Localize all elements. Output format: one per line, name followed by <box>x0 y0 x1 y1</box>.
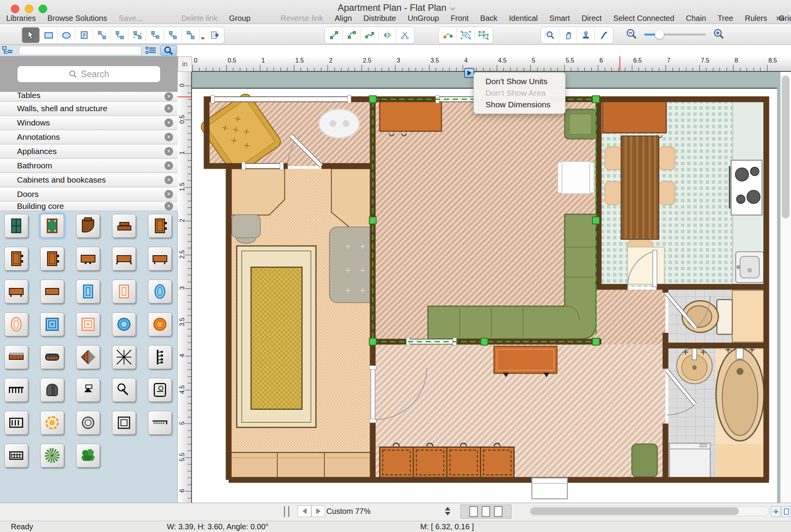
context-menu-item-show-dimensions[interactable]: Show Dimensions <box>474 99 565 110</box>
shape-corner-fireplace[interactable] <box>76 345 100 369</box>
desk[interactable] <box>380 101 441 131</box>
stove[interactable] <box>730 160 762 215</box>
close-library-icon[interactable]: × <box>165 202 173 210</box>
pan-window-button[interactable] <box>771 506 781 517</box>
horizontal-scrollbar[interactable] <box>529 506 769 516</box>
connector-direct-button[interactable] <box>93 27 111 43</box>
shape-cupboard-two-door[interactable] <box>4 247 28 271</box>
zoom-slider-thumb[interactable] <box>655 30 664 39</box>
bedroom-chair[interactable] <box>232 215 260 243</box>
page-tabs[interactable] <box>460 505 511 518</box>
library-item-annotations[interactable]: Annotations× <box>0 130 178 144</box>
menu-item-identical[interactable]: Identical <box>509 14 538 23</box>
search-input[interactable]: Search <box>17 66 161 83</box>
shape-coat-rack[interactable] <box>148 345 172 369</box>
action-arrow-button[interactable] <box>464 68 474 78</box>
shape-desk-with-knobs[interactable] <box>76 247 100 271</box>
connector-bezier-button[interactable] <box>129 27 146 43</box>
menu-item-browse-solutions[interactable]: Browse Solutions <box>48 14 107 23</box>
text-tool-button[interactable] <box>75 27 93 43</box>
library-item-doors[interactable]: Doors× <box>0 187 178 202</box>
rectangle-tool-button[interactable] <box>40 27 58 43</box>
format-painter-button[interactable] <box>595 27 613 43</box>
library-item-walls-shell-and-structure[interactable]: Walls, shell and structure× <box>0 102 178 116</box>
draw-bezier-button[interactable] <box>361 27 379 43</box>
page-prev-button[interactable] <box>297 505 311 517</box>
connector-chain-button[interactable] <box>182 27 200 43</box>
tree-view-button[interactable] <box>0 46 16 56</box>
shape-vent-grille[interactable] <box>4 411 28 435</box>
search-view-button[interactable] <box>160 46 177 56</box>
shape-rug-square-peach[interactable] <box>76 312 100 336</box>
menu-item-align[interactable]: Align <box>335 14 352 23</box>
reshape-button[interactable] <box>439 27 457 43</box>
kitchen-sink[interactable] <box>736 252 764 283</box>
close-library-icon[interactable]: × <box>165 133 173 141</box>
toilet[interactable] <box>682 300 732 334</box>
shape-office-cupboard[interactable] <box>148 214 172 238</box>
entry-door[interactable] <box>532 478 567 499</box>
vertical-scrollbar[interactable] <box>780 72 791 503</box>
wardrobe[interactable] <box>329 227 373 303</box>
zoom-in-icon[interactable] <box>713 29 725 40</box>
drawing-canvas[interactable] <box>192 72 780 503</box>
horizontal-scrollbar-thumb[interactable] <box>530 507 739 515</box>
shape-wall-lamp[interactable] <box>40 378 64 402</box>
pane-splitter[interactable] <box>284 506 289 517</box>
close-library-icon[interactable]: × <box>165 147 173 156</box>
shape-rug-square-blue[interactable] <box>40 312 64 336</box>
library-item-appliances[interactable]: Appliances× <box>0 144 178 159</box>
shape-radiator-brick[interactable] <box>4 345 28 369</box>
zoom-slider[interactable] <box>644 34 706 36</box>
bed[interactable] <box>237 246 316 427</box>
shape-desk[interactable] <box>148 247 172 271</box>
shape-sideboard[interactable] <box>4 280 28 303</box>
zoom-tool-button[interactable] <box>541 27 559 43</box>
zoom-stepper[interactable] <box>443 505 452 517</box>
library-item-building-core[interactable]: Building core× <box>0 202 178 211</box>
bath-sink[interactable] <box>677 348 712 384</box>
close-library-icon[interactable]: × <box>165 92 173 101</box>
shape-rug-oval-blue[interactable] <box>148 280 172 303</box>
bench-cabinets[interactable] <box>231 452 371 479</box>
menu-item-group[interactable]: Group <box>229 14 251 23</box>
shape-plant-bush[interactable] <box>76 444 100 468</box>
menu-item-front[interactable]: Front <box>451 14 469 23</box>
close-library-icon[interactable]: × <box>165 104 173 113</box>
bathtub[interactable] <box>716 346 764 441</box>
select-tool-button[interactable] <box>22 27 40 43</box>
overview-window-button[interactable] <box>781 506 791 517</box>
draw-arc-button[interactable] <box>343 27 361 43</box>
close-library-icon[interactable]: × <box>165 119 173 127</box>
shape-compass-star[interactable] <box>112 345 136 369</box>
library-item-cabinets-and-bookcases[interactable]: Cabinets and bookcases× <box>0 173 178 187</box>
menu-item-back[interactable]: Back <box>480 14 497 23</box>
connector-rounded-button[interactable] <box>146 27 164 43</box>
shape-spot-lamp[interactable] <box>112 378 136 402</box>
connector-dropdown[interactable] <box>200 27 206 43</box>
menu-item-smart[interactable]: Smart <box>549 14 570 23</box>
close-library-icon[interactable]: × <box>165 176 173 184</box>
close-library-icon[interactable]: × <box>165 190 173 198</box>
shape-grand-piano[interactable] <box>76 214 100 238</box>
shape-rug-round-orange[interactable] <box>148 312 172 336</box>
corner-desk-left[interactable] <box>231 169 285 215</box>
zoom-value[interactable]: Custom 77% <box>326 505 442 517</box>
menu-item-rulers[interactable]: Rulers <box>745 14 767 23</box>
hall-green-chair[interactable] <box>632 444 657 477</box>
close-library-icon[interactable]: × <box>165 161 173 170</box>
menu-item-select-connected[interactable]: Select Connected <box>613 14 674 23</box>
menu-overflow-chevron[interactable]: »» <box>776 13 784 23</box>
shape-radiator-grille[interactable] <box>4 444 28 468</box>
insert-object-button[interactable] <box>206 27 224 43</box>
library-item-windows[interactable]: Windows× <box>0 116 178 130</box>
group-shapes-button[interactable] <box>457 27 475 43</box>
hall-cabinets[interactable] <box>380 443 514 478</box>
stamp-tool-button[interactable] <box>577 27 595 43</box>
shape-rug-rect-blue[interactable] <box>76 280 100 303</box>
chevron-down-icon[interactable] <box>450 5 455 10</box>
shape-rug-oval-peach[interactable] <box>4 312 28 336</box>
menu-item-tree[interactable]: Tree <box>718 14 733 23</box>
list-view-button[interactable] <box>143 46 159 56</box>
shape-ottoman[interactable] <box>40 345 64 369</box>
